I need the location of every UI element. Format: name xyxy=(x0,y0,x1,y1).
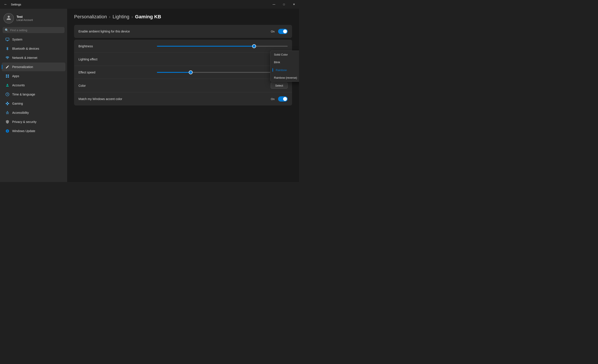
titlebar-title: Settings xyxy=(11,3,21,6)
breadcrumb: Personalization › Lighting › Gaming KB xyxy=(74,14,292,20)
svg-rect-6 xyxy=(8,76,9,78)
effect-speed-slider[interactable] xyxy=(157,72,288,73)
apps-icon xyxy=(5,74,10,78)
bluetooth-icon xyxy=(5,46,10,51)
settings-detail-card: Brightness Lighting effect Solid Color B… xyxy=(74,40,292,106)
svg-rect-5 xyxy=(6,76,7,78)
sidebar-item-bluetooth-label: Bluetooth & devices xyxy=(12,47,39,50)
gaming-icon xyxy=(5,101,10,106)
color-row: Color Select xyxy=(74,79,292,92)
sidebar-item-update-label: Windows Update xyxy=(12,129,35,133)
accessibility-icon xyxy=(5,110,10,115)
sidebar-item-time-label: Time & language xyxy=(12,93,35,96)
brightness-slider-container xyxy=(157,46,288,47)
color-select-button[interactable]: Select xyxy=(271,83,288,89)
dropdown-item-solid[interactable]: Solid Color xyxy=(270,51,299,58)
svg-rect-4 xyxy=(8,74,9,76)
sidebar-item-system[interactable]: System xyxy=(2,35,65,44)
sidebar-item-network[interactable]: Network & internet xyxy=(2,53,65,62)
sidebar-item-apps-label: Apps xyxy=(12,74,19,78)
sidebar-item-accessibility-label: Accessibility xyxy=(12,111,29,115)
titlebar-left: ← Settings xyxy=(3,1,21,8)
sidebar-item-network-label: Network & internet xyxy=(12,56,37,59)
search-icon: 🔍 xyxy=(5,28,8,32)
sidebar-item-system-label: System xyxy=(12,38,22,41)
personalization-icon xyxy=(5,65,10,69)
color-label: Color xyxy=(78,84,86,87)
search-input[interactable] xyxy=(10,29,62,32)
accent-toggle-state: On xyxy=(271,97,274,101)
sidebar-item-accounts-label: Accounts xyxy=(12,83,25,87)
monitor-icon xyxy=(5,37,10,42)
breadcrumb-sep-1: › xyxy=(109,15,110,19)
dropdown-item-rainbow-reverse[interactable]: Rainbow (reverse) xyxy=(270,74,299,82)
breadcrumb-lighting[interactable]: Lighting xyxy=(112,14,129,20)
user-info: Test Local Account xyxy=(17,15,33,22)
ambient-toggle-wrapper: On xyxy=(271,29,288,34)
content-area: Personalization › Lighting › Gaming KB E… xyxy=(67,9,299,182)
brightness-label: Brightness xyxy=(78,44,93,48)
effect-speed-slider-container xyxy=(157,72,288,73)
accent-toggle-track[interactable] xyxy=(278,96,288,102)
accent-toggle[interactable] xyxy=(278,96,288,102)
svg-rect-0 xyxy=(6,38,9,40)
user-subtitle: Local Account xyxy=(17,18,33,22)
user-name: Test xyxy=(17,15,33,18)
network-icon xyxy=(5,56,10,60)
avatar[interactable] xyxy=(3,13,14,24)
back-button[interactable]: ← xyxy=(3,1,9,8)
update-icon xyxy=(5,129,10,133)
dropdown-item-rainbow[interactable]: Rainbow xyxy=(270,66,299,74)
breadcrumb-current: Gaming KB xyxy=(135,14,161,20)
breadcrumb-sep-2: › xyxy=(132,15,133,19)
sidebar-item-privacy[interactable]: Privacy & security xyxy=(2,117,65,126)
close-button[interactable]: ✕ xyxy=(289,0,299,9)
search-box[interactable]: 🔍 xyxy=(3,27,65,33)
accounts-icon xyxy=(5,83,10,87)
lighting-effect-label: Lighting effect xyxy=(78,58,97,61)
lighting-effect-row: Lighting effect Solid Color Blink Rainbo… xyxy=(74,53,292,66)
ambient-toggle-row: Enable ambient lighting for this device … xyxy=(74,25,292,38)
ambient-toggle-state: On xyxy=(271,30,274,33)
titlebar: ← Settings — □ ✕ xyxy=(0,0,299,9)
sidebar-item-apps[interactable]: Apps xyxy=(2,72,65,80)
sidebar-item-gaming-label: Gaming xyxy=(12,102,23,105)
svg-point-8 xyxy=(7,111,8,112)
ambient-toggle[interactable] xyxy=(278,29,288,34)
accent-match-label: Match my Windows accent color xyxy=(78,97,122,101)
sidebar-item-update[interactable]: Windows Update xyxy=(2,127,65,135)
sidebar-item-privacy-label: Privacy & security xyxy=(12,120,36,124)
minimize-button[interactable]: — xyxy=(269,0,279,9)
sidebar-item-personalization-label: Personalization xyxy=(12,65,33,69)
brightness-slider[interactable] xyxy=(157,46,288,47)
time-icon xyxy=(5,92,10,97)
lighting-effect-dropdown: Solid Color Blink Rainbow Rainbow (rever… xyxy=(270,50,299,82)
accent-toggle-wrapper: On xyxy=(271,96,288,102)
dropdown-item-blink[interactable]: Blink xyxy=(270,58,299,66)
svg-rect-3 xyxy=(6,74,7,76)
sidebar-item-gaming[interactable]: Gaming xyxy=(2,99,65,108)
effect-speed-row: Effect speed xyxy=(74,66,292,79)
effect-speed-label: Effect speed xyxy=(78,71,95,74)
breadcrumb-personalization[interactable]: Personalization xyxy=(74,14,107,20)
brightness-row: Brightness xyxy=(74,40,292,53)
sidebar-item-personalization[interactable]: Personalization xyxy=(2,63,65,71)
maximize-button[interactable]: □ xyxy=(279,0,289,9)
user-section: Test Local Account xyxy=(0,10,67,27)
ambient-lighting-card: Enable ambient lighting for this device … xyxy=(74,25,292,38)
app-layout: Test Local Account 🔍 System Bluetooth & … xyxy=(0,9,299,182)
sidebar-item-accounts[interactable]: Accounts xyxy=(2,81,65,90)
titlebar-controls: — □ ✕ xyxy=(269,0,299,9)
sidebar-item-accessibility[interactable]: Accessibility xyxy=(2,108,65,117)
privacy-icon xyxy=(5,120,10,124)
accent-match-row: Match my Windows accent color On xyxy=(74,92,292,106)
ambient-toggle-track[interactable] xyxy=(278,29,288,34)
ambient-toggle-label: Enable ambient lighting for this device xyxy=(78,30,130,33)
sidebar-item-time[interactable]: Time & language xyxy=(2,90,65,99)
sidebar: Test Local Account 🔍 System Bluetooth & … xyxy=(0,9,67,182)
sidebar-item-bluetooth[interactable]: Bluetooth & devices xyxy=(2,44,65,53)
